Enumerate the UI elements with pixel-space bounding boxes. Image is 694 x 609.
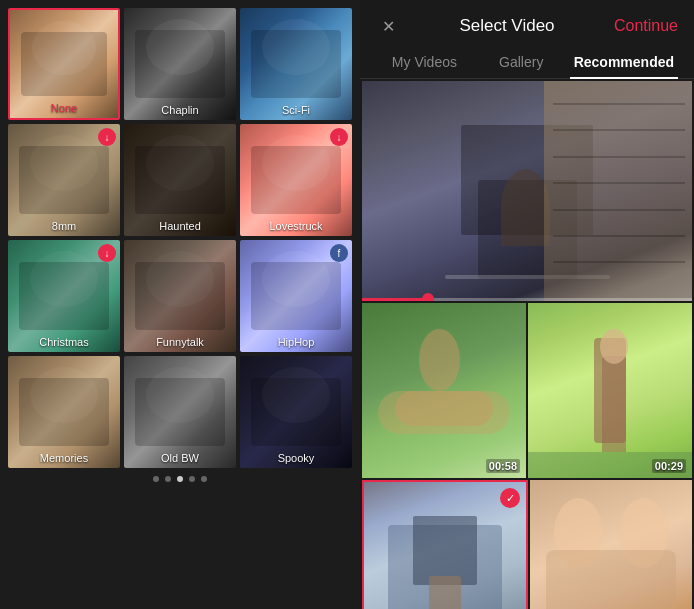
filter-label-haunted: Haunted: [124, 220, 236, 232]
filter-label-funnytalk: Funnytalk: [124, 336, 236, 348]
filter-item-spooky[interactable]: Spooky: [240, 356, 352, 468]
filter-label-hiphop: HipHop: [240, 336, 352, 348]
filter-label-memories: Memories: [8, 452, 120, 464]
close-button[interactable]: ✕: [376, 14, 400, 38]
panel-header: ✕ Select Video Continue: [360, 0, 694, 46]
fb-badge-hiphop: f: [330, 244, 348, 262]
check-badge: ✓: [500, 488, 520, 508]
download-badge-lovestruck: ↓: [330, 128, 348, 146]
tabs-row: My Videos Gallery Recommended: [360, 46, 694, 79]
filter-item-haunted[interactable]: Haunted: [124, 124, 236, 236]
video-top-bike[interactable]: [362, 81, 692, 301]
filter-item-lovestruck[interactable]: ↓ Lovestruck: [240, 124, 352, 236]
filter-label-christmas: Christmas: [8, 336, 120, 348]
video-cell-person-outdoor[interactable]: 00:29: [528, 303, 692, 478]
dot-2[interactable]: [165, 476, 171, 482]
filter-grid: None Chaplin Sci-Fi ↓ 8mm Haunted ↓ Love…: [8, 8, 352, 468]
filter-label-8mm: 8mm: [8, 220, 120, 232]
video-progress-bar[interactable]: [362, 298, 692, 301]
video-progress-fill: [362, 298, 428, 301]
filter-label-scifi: Sci-Fi: [240, 104, 352, 116]
filter-item-hiphop[interactable]: f HipHop: [240, 240, 352, 352]
video-cell-baby[interactable]: 00:59: [530, 480, 692, 609]
tab-recommended[interactable]: Recommended: [570, 46, 678, 78]
filter-item-funnytalk[interactable]: Funnytalk: [124, 240, 236, 352]
video-select-panel: ✕ Select Video Continue My Videos Galler…: [360, 0, 694, 609]
dot-1[interactable]: [153, 476, 159, 482]
filter-label-spooky: Spooky: [240, 452, 352, 464]
video-grid: 00:58 00:29 ✓ 00:30: [360, 79, 694, 609]
filter-item-chaplin[interactable]: Chaplin: [124, 8, 236, 120]
video-cell-person-lying[interactable]: 00:58: [362, 303, 526, 478]
filter-label-lovestruck: Lovestruck: [240, 220, 352, 232]
filter-item-christmas[interactable]: ↓ Christmas: [8, 240, 120, 352]
filter-panel: None Chaplin Sci-Fi ↓ 8mm Haunted ↓ Love…: [0, 0, 360, 609]
filter-item-scifi[interactable]: Sci-Fi: [240, 8, 352, 120]
filter-label-chaplin: Chaplin: [124, 104, 236, 116]
tab-gallery[interactable]: Gallery: [473, 46, 570, 78]
panel-title: Select Video: [459, 16, 554, 36]
continue-button[interactable]: Continue: [614, 17, 678, 35]
dot-5[interactable]: [201, 476, 207, 482]
filter-item-none[interactable]: None: [8, 8, 120, 120]
video-cell-bike-small[interactable]: ✓ 00:30: [362, 480, 528, 609]
download-badge-8mm: ↓: [98, 128, 116, 146]
video-row-1: 00:58 00:29: [362, 303, 692, 478]
video-duration-2: 00:29: [652, 459, 686, 473]
dot-3[interactable]: [177, 476, 183, 482]
video-row-2: ✓ 00:30 00:59: [362, 480, 692, 609]
progress-dot[interactable]: [422, 293, 434, 301]
page-dots: [153, 476, 207, 482]
filter-label-none: None: [10, 102, 118, 114]
filter-label-oldbw: Old BW: [124, 452, 236, 464]
download-badge-christmas: ↓: [98, 244, 116, 262]
filter-item-8mm[interactable]: ↓ 8mm: [8, 124, 120, 236]
dot-4[interactable]: [189, 476, 195, 482]
tab-my-videos[interactable]: My Videos: [376, 46, 473, 78]
filter-item-oldbw[interactable]: Old BW: [124, 356, 236, 468]
filter-item-memories[interactable]: Memories: [8, 356, 120, 468]
video-duration-1: 00:58: [486, 459, 520, 473]
